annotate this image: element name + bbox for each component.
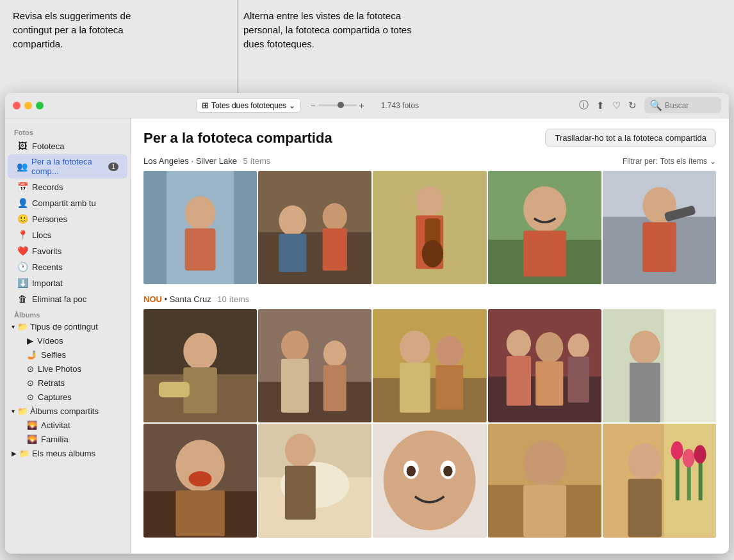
photo-cell[interactable] <box>488 171 601 284</box>
close-button[interactable] <box>13 102 20 109</box>
sidebar-item-live-photos[interactable]: ⊙ Live Photos <box>8 362 127 376</box>
svg-point-13 <box>416 186 443 217</box>
zoom-slider[interactable] <box>318 104 357 106</box>
photo-icon: 🖼 <box>17 141 28 151</box>
svg-rect-54 <box>630 363 660 422</box>
photo-cell[interactable] <box>373 309 486 422</box>
svg-point-77 <box>628 444 662 481</box>
my-albums-folder-icon: 📁 <box>19 449 29 458</box>
svg-rect-46 <box>506 356 530 406</box>
sidebar-item-familia[interactable]: 🌄 Família <box>8 433 127 446</box>
svg-point-16 <box>422 240 444 268</box>
photo-cell[interactable] <box>373 424 486 537</box>
svg-point-7 <box>279 205 307 236</box>
new-badge: NOU <box>143 294 162 304</box>
section2-location: Santa Cruz <box>170 294 211 304</box>
svg-point-19 <box>523 186 566 232</box>
svg-rect-74 <box>523 485 566 537</box>
sidebar-item-activitat[interactable]: 🌄 Activitat <box>8 419 127 432</box>
sidebar-collapse-albums-compartits[interactable]: ▾ 📁 Àlbums compartits <box>5 404 130 418</box>
rotate-icon[interactable]: ↻ <box>628 100 637 111</box>
library-selector[interactable]: ⊞ Totes dues fototeques ⌄ <box>196 98 301 113</box>
sidebar-item-llocs[interactable]: 📍 Llocs <box>8 227 127 243</box>
sidebar-collapse-tipus[interactable]: ▾ 📁 Tipus de contingut <box>5 320 130 333</box>
filter-value: Tots els ítems <box>660 157 707 166</box>
section1-count: 5 ítems <box>243 156 271 166</box>
svg-rect-36 <box>323 365 347 412</box>
photo-cell[interactable] <box>258 171 371 284</box>
sidebar-item-captures[interactable]: ⊙ Captures <box>8 390 127 404</box>
sidebar: Fotos 🖼 Fototeca 👥 Per a la fototeca com… <box>5 118 131 554</box>
svg-point-82 <box>682 449 694 468</box>
photo-cell[interactable] <box>603 309 716 422</box>
sidebar-label-albums-compartits: Àlbums compartits <box>30 406 99 416</box>
sidebar-label-tipus: Tipus de contingut <box>30 322 98 332</box>
sidebar-label-activitat: Activitat <box>41 420 70 430</box>
shared-albums-folder-icon: 📁 <box>17 406 28 416</box>
page-title: Per a la fototeca compartida <box>143 130 332 147</box>
content-panel: Per a la fototeca compartida Traslladar-… <box>131 118 729 554</box>
chevron-down-filter-icon: ⌄ <box>710 157 716 166</box>
favorites-icon: ❤️ <box>17 246 28 256</box>
photo-cell[interactable] <box>143 424 257 537</box>
sidebar-label-captures: Captures <box>38 392 72 402</box>
photo-grid-section2-row2 <box>143 424 716 537</box>
svg-rect-64 <box>285 466 316 520</box>
photo-cell[interactable] <box>373 171 486 284</box>
sidebar-item-videos[interactable]: ▶ Vídeos <box>8 334 127 348</box>
heart-icon[interactable]: ♡ <box>612 100 621 111</box>
photo-cell[interactable] <box>488 309 601 422</box>
svg-point-53 <box>630 331 660 365</box>
minimize-button[interactable] <box>24 102 32 109</box>
filter-select[interactable]: Filtrar per: Tots els ítems ⌄ <box>623 157 716 166</box>
info-icon[interactable]: ⓘ <box>579 99 589 111</box>
photo-cell[interactable] <box>143 171 257 284</box>
maximize-button[interactable] <box>36 102 44 109</box>
svg-point-70 <box>444 466 453 477</box>
photo-cell[interactable] <box>258 309 371 422</box>
sidebar-item-compartit[interactable]: 👤 Compartit amb tu <box>8 195 127 211</box>
section2-count: 10 ítems <box>217 294 249 304</box>
sidebar-item-favorits[interactable]: ❤️ Favorits <box>8 243 127 259</box>
title-bar-center: ⊞ Totes dues fototeques ⌄ − + 1.743 foto… <box>54 98 574 113</box>
sidebar-item-fototeca[interactable]: 🖼 Fototeca <box>8 138 127 154</box>
content-type-folder-icon: 📁 <box>17 322 28 332</box>
photo-cell[interactable] <box>488 424 601 537</box>
sidebar-label-eliminat: Eliminat fa poc <box>32 294 86 304</box>
filter-label: Filtrar per: <box>623 157 658 166</box>
search-input[interactable] <box>665 101 716 110</box>
sidebar-label-recents: Recents <box>32 262 63 272</box>
sidebar-item-selfies[interactable]: 🤳 Selfies <box>8 348 127 362</box>
move-all-button[interactable]: Traslladar-ho tot a la fototeca comparti… <box>545 129 716 147</box>
share-icon[interactable]: ⬆ <box>596 100 605 111</box>
sidebar-item-persones[interactable]: 🙂 Persones <box>8 211 127 227</box>
places-icon: 📍 <box>17 230 28 240</box>
tooltip-left: Revisa els suggeriments de contingut per… <box>13 9 141 84</box>
zoom-in-button[interactable]: + <box>359 100 364 111</box>
svg-rect-4 <box>185 228 216 271</box>
sidebar-item-recents[interactable]: 🕐 Recents <box>8 259 127 275</box>
photo-cell[interactable] <box>258 424 371 537</box>
sidebar-collapse-els-meus-albums[interactable]: ▶ 📁 Els meus àlbums <box>5 447 130 460</box>
sidebar-item-eliminat[interactable]: 🗑 Eliminat fa poc <box>8 291 127 307</box>
sidebar-item-per-la-fototeca[interactable]: 👥 Per a la fototeca comp... 1 <box>8 154 127 179</box>
sidebar-item-importat[interactable]: ⬇️ Importat <box>8 275 127 291</box>
photo-cell[interactable] <box>143 309 257 422</box>
import-icon: ⬇️ <box>17 278 28 288</box>
svg-point-41 <box>436 336 464 367</box>
sidebar-label-records: Records <box>32 182 63 192</box>
svg-rect-50 <box>567 356 589 403</box>
photo-cell[interactable] <box>603 171 716 284</box>
zoom-out-button[interactable]: − <box>310 100 315 111</box>
search-box[interactable]: 🔍 <box>644 97 721 113</box>
svg-rect-30 <box>159 382 190 397</box>
photo-cell[interactable] <box>603 424 716 537</box>
svg-point-28 <box>183 333 217 369</box>
sidebar-item-retrats[interactable]: ⊙ Retrats <box>8 376 127 390</box>
sidebar-item-records[interactable]: 📅 Records <box>8 179 127 195</box>
library-icon: ⊞ <box>202 100 209 110</box>
sidebar-section-fotos: Fotos <box>5 125 130 138</box>
title-bar: ⊞ Totes dues fototeques ⌄ − + 1.743 foto… <box>5 93 729 118</box>
sidebar-label-videos: Vídeos <box>37 336 63 346</box>
svg-point-80 <box>671 442 683 460</box>
